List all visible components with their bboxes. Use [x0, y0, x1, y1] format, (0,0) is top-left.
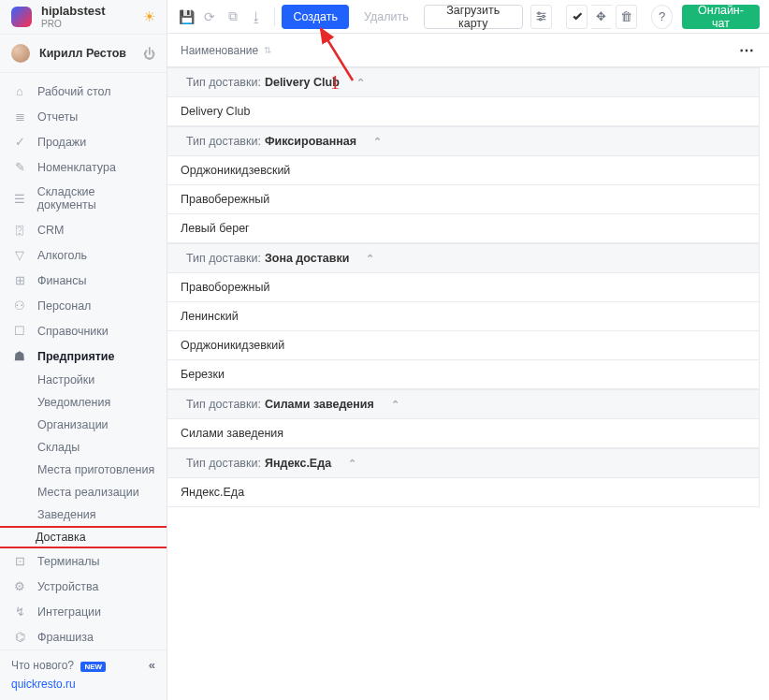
nav-item-8[interactable]: ⚇Персонал [0, 293, 167, 318]
group-header-3[interactable]: Тип доставки: Силами заведения⌃ [167, 389, 760, 419]
nav-sub-5[interactable]: Места реализации [0, 481, 167, 503]
help-icon[interactable]: ? [651, 5, 673, 29]
brand-block: hiplabstest PRO [41, 5, 106, 28]
nav-item-0[interactable]: ⌂Рабочий стол [0, 79, 167, 104]
nav-label: Интеграции [37, 605, 101, 619]
chat-button[interactable]: Онлайн-чат [682, 5, 760, 29]
nav-item-7[interactable]: ⊞Финансы [0, 268, 167, 293]
filters-icon[interactable] [530, 5, 552, 29]
columns-menu-icon[interactable]: ⋯ [739, 41, 756, 59]
column-name[interactable]: Наименование ⇅ [181, 44, 271, 57]
download-icon[interactable]: ⭳ [247, 6, 267, 28]
nav-sub-2[interactable]: Организации [0, 414, 167, 436]
nav-rest-1[interactable]: ⚙Устройства [0, 574, 167, 599]
table-row[interactable]: Ленинский [167, 302, 760, 331]
table-row[interactable]: Правобережный [167, 185, 760, 214]
group-value: Delivery Club [265, 76, 340, 89]
chevron-up-icon: ⌃ [373, 136, 382, 148]
nav-icon: ☗ [11, 349, 28, 363]
nav-item-10[interactable]: ☗Предприятие [0, 343, 167, 369]
delete-button[interactable]: Удалить [353, 5, 420, 29]
brand-sub: PRO [41, 19, 106, 29]
nav-label: CRM [37, 224, 64, 237]
nav-item-1[interactable]: ≣Отчеты [0, 104, 167, 129]
nav-rest-0[interactable]: ⊡Терминалы [0, 548, 167, 574]
group-header-0[interactable]: Тип доставки: Delivery Club⌃ [167, 67, 760, 97]
sidebar: hiplabstest PRO ☀ Кирилл Рестов ⏻ ⌂Рабоч… [0, 0, 167, 700]
nav-label: Отчеты [37, 110, 78, 124]
table-row[interactable]: Правоборежный [167, 273, 760, 302]
svg-point-1 [542, 15, 544, 17]
copy-icon[interactable]: ⧉ [224, 6, 243, 28]
group-value: Фиксированная [265, 135, 356, 148]
trash-icon[interactable]: 🗑 [616, 5, 637, 29]
nav-label: Продажи [37, 136, 86, 149]
nav: ⌂Рабочий стол≣Отчеты✓Продажи✎Номенклатур… [0, 73, 167, 649]
nav-sub-3[interactable]: Склады [0, 436, 167, 459]
nav-icon: ✎ [11, 160, 28, 174]
user-row[interactable]: Кирилл Рестов ⏻ [0, 34, 167, 73]
nav-label: Алкоголь [37, 249, 87, 262]
site-link[interactable]: quickresto.ru [11, 678, 155, 691]
nav-item-2[interactable]: ✓Продажи [0, 129, 167, 154]
collapse-sidebar-icon[interactable]: « [149, 658, 155, 672]
nav-item-4[interactable]: ☰Складские документы [0, 180, 167, 217]
nav-rest-2[interactable]: ↯Интеграции [0, 599, 167, 624]
table-row[interactable]: Delivery Club [167, 97, 760, 126]
table-row[interactable]: Орджоникидзевкий [167, 331, 760, 360]
table-row[interactable]: Яндекс.Еда [167, 478, 760, 507]
nav-icon: ☐ [11, 324, 28, 338]
whatsnew-link[interactable]: Что нового? [11, 659, 74, 672]
table-row[interactable]: Березки [167, 360, 760, 389]
group-label: Тип доставки: [186, 398, 261, 411]
columns-header: Наименование ⇅ ⋯ [167, 34, 769, 67]
toolbar-sep [274, 7, 275, 26]
nav-sub-0[interactable]: Настройки [0, 369, 167, 391]
app-logo [11, 7, 32, 27]
chevron-up-icon: ⌃ [348, 458, 356, 470]
svg-point-2 [539, 19, 541, 21]
nav-icon: ⊞ [11, 273, 28, 287]
nav-sub-7[interactable]: Доставка [0, 526, 167, 548]
create-button[interactable]: Создать [282, 5, 349, 29]
nav-label: Франшиза [37, 631, 94, 644]
nav-icon: ⍰ [11, 223, 28, 237]
group-header-2[interactable]: Тип доставки: Зона доставки⌃ [167, 243, 760, 273]
nav-icon: ▽ [11, 248, 28, 262]
group-header-1[interactable]: Тип доставки: Фиксированная⌃ [167, 126, 760, 156]
sidebar-footer: Что нового? NEW « quickresto.ru [0, 649, 167, 700]
chevron-up-icon: ⌃ [356, 77, 365, 89]
nav-rest-3[interactable]: ⌬Франшиза [0, 624, 167, 649]
svg-point-0 [538, 12, 540, 14]
nav-item-5[interactable]: ⍰CRM [0, 217, 167, 242]
save-icon[interactable]: 💾 [177, 6, 196, 28]
nav-icon: ☰ [11, 192, 28, 206]
tools-icon[interactable] [566, 5, 588, 29]
theme-icon[interactable]: ☀ [143, 8, 155, 25]
nav-sub-4[interactable]: Места приготовления [0, 459, 167, 481]
table-row[interactable]: Орджоникидзевский [167, 156, 760, 185]
power-icon[interactable]: ⏻ [143, 47, 155, 61]
nav-item-3[interactable]: ✎Номенклатура [0, 154, 167, 180]
nav-item-9[interactable]: ☐Справочники [0, 318, 167, 343]
nav-icon: ⌬ [11, 630, 28, 644]
nav-sub-1[interactable]: Уведомления [0, 391, 167, 414]
group-header-4[interactable]: Тип доставки: Яндекс.Еда⌃ [167, 448, 760, 478]
move-icon[interactable]: ✥ [591, 5, 613, 29]
chevron-up-icon: ⌃ [391, 399, 399, 411]
nav-icon: ⊡ [11, 554, 28, 568]
nav-sub-6[interactable]: Заведения [0, 503, 167, 526]
sidebar-header: hiplabstest PRO ☀ [0, 0, 167, 34]
nav-label: Рабочий стол [37, 85, 110, 98]
nav-label: Предприятие [37, 350, 114, 363]
table-row[interactable]: Левый берег [167, 214, 760, 243]
group-value: Яндекс.Еда [265, 457, 331, 470]
nav-icon: ≣ [11, 109, 28, 124]
refresh-icon[interactable]: ⟳ [200, 6, 220, 28]
group-label: Тип доставки: [186, 457, 261, 470]
nav-item-6[interactable]: ▽Алкоголь [0, 242, 167, 268]
table-row[interactable]: Силами заведения [167, 419, 760, 448]
nav-label: Терминалы [37, 555, 100, 568]
avatar [11, 44, 30, 63]
load-map-button[interactable]: Загрузить карту [424, 5, 523, 29]
